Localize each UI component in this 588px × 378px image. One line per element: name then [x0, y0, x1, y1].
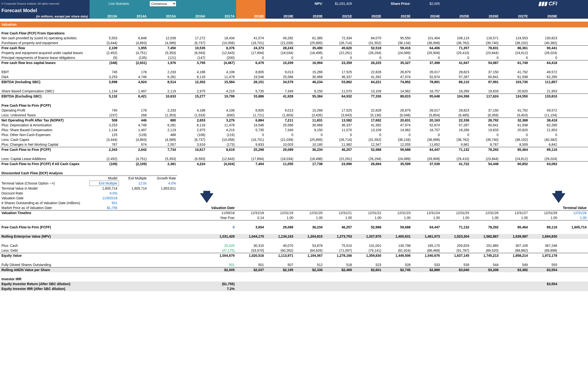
cell: (3,444) — [90, 137, 119, 142]
cell: (200) — [207, 55, 236, 60]
cell: (8,359) — [471, 113, 500, 118]
cell: 30,968 — [294, 74, 324, 80]
tv-model-label: Terminal Value in Model — [0, 186, 90, 191]
cell: (119) — [207, 132, 236, 137]
row-label: Property and equipment acquired under ca… — [0, 50, 90, 55]
cell: 15,266 — [294, 108, 324, 113]
cell: 0 — [529, 55, 559, 60]
cell: 4,215 — [207, 89, 236, 94]
cell: 9,150 — [294, 128, 324, 132]
cell: 18,289 — [441, 89, 471, 94]
cell: 19,633 — [471, 89, 500, 94]
cell: 486 — [148, 132, 177, 137]
fd-shares-label: Fully Diluted Shares Outstanding — [0, 262, 90, 268]
cell: 0 — [529, 132, 559, 137]
dcf-col-header: Exit Multiple — [119, 176, 148, 181]
cell: (109) — [90, 162, 119, 167]
cell: 41,792 — [500, 70, 529, 74]
cell: 0 — [500, 132, 529, 137]
cell: 14,962 — [383, 89, 412, 94]
cell: 12,055 — [383, 142, 412, 147]
equity-irr-label: Equity Investor IRR (After SBC dilution) — [0, 286, 90, 291]
cell: 59,688 — [383, 147, 412, 152]
cell: 10,535 — [177, 46, 207, 51]
cell: 41,392 — [353, 123, 383, 128]
cell: (22,261) — [324, 50, 353, 55]
rolling-npv-label: Rolling Enterprise Value (NPV) — [0, 234, 90, 239]
cell: (18,034) — [266, 50, 295, 55]
cell: 25,566 — [266, 123, 295, 128]
cell: 21,953 — [529, 89, 559, 94]
cell: 52,874 — [412, 123, 441, 128]
copyright-text: © Corporate Finance Institute. All right… — [0, 0, 90, 7]
cell: 0 — [500, 55, 529, 60]
cell: 49,572 — [529, 70, 559, 74]
cell: 54,987 — [471, 60, 500, 66]
cell: 2,642 — [119, 147, 148, 152]
page-title: Forecast Model — [0, 7, 90, 14]
cell: (12,643) — [207, 156, 236, 162]
cell: (38,192) — [500, 137, 529, 142]
cell: 37,498 — [412, 60, 441, 66]
cell: (173) — [207, 142, 236, 147]
cell: (2,452) — [90, 50, 119, 55]
cell: 53,862 — [324, 80, 353, 85]
cell: 85,464 — [500, 147, 529, 152]
cell: 11,478 — [207, 123, 236, 128]
cell: 41,928 — [266, 94, 295, 99]
plus-cash-label: Plus: Cash — [0, 243, 90, 248]
cell: 89,815 — [383, 94, 412, 99]
cell: (16,701) — [236, 40, 266, 46]
year-header: 2027E — [500, 14, 529, 19]
cell: 8,116 — [177, 74, 207, 80]
cell: 26,879 — [383, 108, 412, 113]
cell: 0 — [266, 132, 295, 137]
cell: 9,833 — [236, 142, 266, 147]
cell: (348) — [90, 60, 119, 66]
cell: 36,234 — [294, 147, 324, 152]
cell: (18,496) — [294, 50, 324, 55]
year-frac-label: Year Frac — [207, 215, 236, 220]
cell: 15,266 — [294, 70, 324, 74]
cell: 6,281 — [148, 123, 177, 128]
cell: 13,109 — [353, 89, 383, 94]
cell: 12,039 — [148, 36, 177, 40]
row-label: Principal repayments of finance lease ob… — [0, 55, 90, 60]
cell: 3,253 — [90, 74, 119, 80]
cell: 36,337 — [324, 74, 353, 80]
row-label: Less: Cash Capex — [0, 137, 90, 142]
cell: (36,998) — [412, 40, 441, 46]
cell: (36,134) — [383, 40, 412, 46]
cell: 71,132 — [441, 147, 471, 152]
cell: 15,277 — [177, 94, 207, 99]
cell: (106) — [177, 132, 207, 137]
scenario-dropdown[interactable]: Consensus — [150, 1, 176, 7]
row-label: Operating Profit — [0, 108, 90, 113]
cell: 178 — [119, 70, 148, 74]
cell: 61,385 — [294, 36, 324, 40]
cell: 1,497 — [119, 128, 148, 132]
mkt-price-value: $1,755 — [90, 205, 119, 210]
cell: (24,612) — [500, 156, 529, 162]
cell: 0 — [324, 132, 353, 137]
tv-option-cell[interactable]: Exit Multiple — [90, 181, 119, 186]
cell: (121) — [148, 55, 177, 60]
arrow-down-icon — [200, 193, 213, 203]
cell: 19,546 — [236, 123, 266, 128]
dcf-col-header: Growth Rate — [148, 176, 177, 181]
year-header: 2022E — [353, 14, 383, 19]
cell: 745 — [90, 70, 119, 74]
equity-return-last: $3,554 — [529, 282, 559, 286]
cell: 63,092 — [529, 162, 559, 167]
cell: 4,186 — [177, 108, 207, 113]
cell: (3,444) — [90, 40, 119, 46]
dcf-col-header: Model — [90, 176, 119, 181]
cell: 5,735 — [236, 128, 266, 132]
cell: (29,410) — [441, 156, 471, 162]
cell: 0 — [412, 55, 441, 60]
cell: (1,803) — [266, 113, 295, 118]
cell: 26,694 — [353, 162, 383, 167]
cell: 446 — [119, 118, 148, 123]
cell: 8,605 — [236, 108, 266, 113]
cell: (36,998) — [412, 137, 441, 142]
